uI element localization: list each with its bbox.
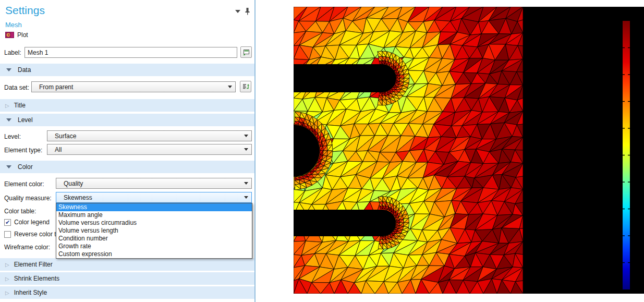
chevron-down-icon (244, 182, 248, 185)
dropdown-option[interactable]: Volume versus length (56, 227, 252, 235)
color-legend-label: Color legend (14, 219, 50, 226)
dataset-value: From parent (35, 83, 228, 91)
color-table-caption: Color table: (4, 208, 36, 215)
section-title: Shrink Elements (14, 275, 59, 282)
dropdown-option[interactable]: Growth rate (56, 243, 252, 250)
section-header-inherit-style[interactable]: ▷ Inherit Style (0, 286, 254, 299)
quality-measure-combobox[interactable]: Skewness (56, 192, 252, 203)
graphics-canvas[interactable] (294, 7, 644, 294)
panel-title: Settings (5, 4, 45, 17)
mesh-plot-svg (294, 7, 644, 294)
go-to-source-icon (242, 83, 249, 90)
section-title: Color (18, 163, 33, 171)
section-header-shrink-elements[interactable]: ▷ Shrink Elements (0, 272, 254, 285)
section-expanded-icon (6, 165, 11, 168)
color-legend-checkbox[interactable]: ✔ Color legend (4, 219, 50, 226)
section-title: Title (14, 102, 26, 109)
dropdown-option[interactable]: Condition number (56, 235, 252, 243)
pin-icon[interactable] (245, 7, 250, 15)
section-header-title[interactable]: ▷ Title (0, 99, 254, 112)
rename-icon (242, 49, 250, 56)
element-type-value: All (51, 146, 244, 153)
panel-subtitle: Mesh (5, 21, 22, 29)
quality-measure-value: Skewness (59, 194, 244, 201)
label-field-caption: Label: (4, 49, 21, 56)
wireframe-color-caption: Wireframe color: (4, 244, 50, 251)
section-expanded-icon (6, 118, 11, 122)
settings-panel: Settings Mesh Plot Label: Data Data se (0, 0, 256, 302)
mesh-slot-void (294, 64, 396, 92)
element-type-combobox[interactable]: All (47, 144, 252, 155)
chevron-down-icon (244, 135, 248, 137)
plot-icon (5, 32, 14, 38)
section-title: Element Filter (14, 261, 53, 268)
element-type-caption: Element type: (4, 147, 42, 154)
level-caption: Level: (4, 133, 21, 140)
go-to-source-button[interactable] (240, 81, 251, 92)
dataset-combobox[interactable]: From parent (31, 81, 236, 92)
section-header-level[interactable]: Level (0, 114, 254, 126)
level-combobox[interactable]: Surface (47, 130, 252, 141)
quality-measure-dropdown-list[interactable]: SkewnessMaximum angleVolume versus circu… (56, 203, 252, 259)
checkbox-box: ✔ (4, 219, 11, 226)
settings-menu-chevron-down-icon[interactable] (235, 10, 240, 13)
dropdown-option[interactable]: Skewness (56, 203, 252, 211)
section-collapsed-icon: ▷ (5, 103, 9, 108)
reverse-color-table-label: Reverse color ta (14, 231, 59, 238)
section-expanded-icon (6, 68, 11, 71)
section-collapsed-icon: ▷ (5, 276, 9, 282)
section-title: Level (18, 116, 33, 124)
section-header-data[interactable]: Data (0, 64, 254, 76)
mesh-slot-void (294, 210, 396, 236)
section-header-color[interactable]: Color (0, 161, 254, 173)
section-collapsed-icon: ▷ (5, 262, 9, 268)
dataset-caption: Data set: (4, 84, 29, 91)
chevron-down-icon (244, 196, 248, 199)
element-color-value: Quality (59, 180, 244, 187)
label-input[interactable] (25, 47, 237, 58)
dropdown-option[interactable]: Maximum angle (56, 211, 252, 219)
chevron-down-icon (244, 148, 248, 151)
reverse-color-table-checkbox[interactable]: Reverse color ta (4, 231, 59, 238)
breadcrumb-label: Plot (17, 31, 28, 39)
dropdown-option[interactable]: Volume versus circumradius (56, 219, 252, 227)
rename-button[interactable] (240, 46, 252, 58)
section-title: Data (18, 66, 31, 74)
dropdown-option[interactable]: Custom expression (56, 250, 252, 258)
section-title: Inherit Style (14, 289, 47, 296)
quality-measure-caption: Quality measure: (4, 195, 52, 202)
section-collapsed-icon: ▷ (5, 290, 9, 296)
checkbox-box (4, 231, 11, 238)
chevron-down-icon (228, 86, 232, 88)
element-color-caption: Element color: (4, 180, 44, 188)
level-value: Surface (51, 132, 244, 140)
section-header-element-filter[interactable]: ▷ Element Filter (0, 258, 254, 271)
breadcrumb[interactable]: Plot (5, 31, 28, 39)
element-color-combobox[interactable]: Quality (56, 178, 252, 189)
